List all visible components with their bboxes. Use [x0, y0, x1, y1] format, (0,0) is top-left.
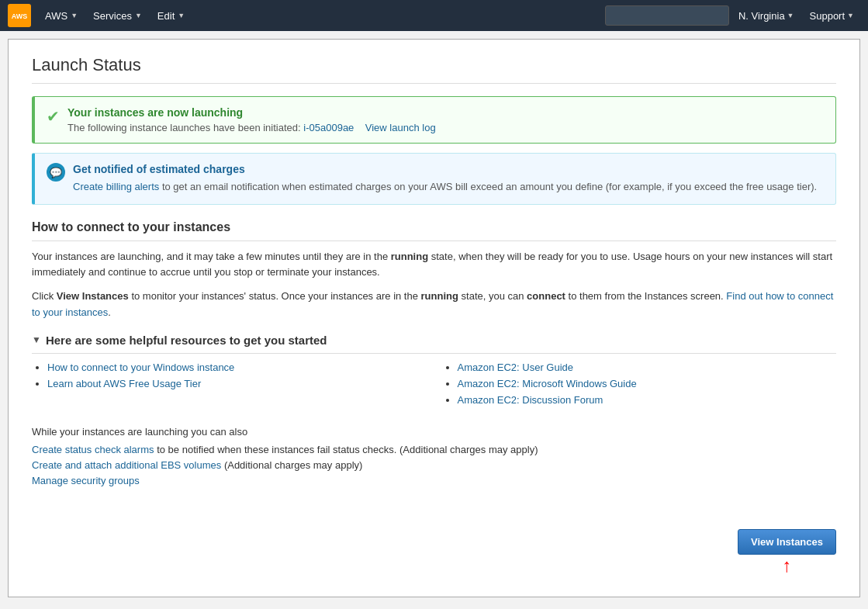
- success-body-prefix: The following instance launches have bee…: [67, 122, 301, 133]
- success-title: Your instances are now launching: [67, 106, 436, 119]
- page-wrapper: Launch Status ✔ Your instances are now l…: [8, 39, 860, 597]
- discussion-forum-link[interactable]: Amazon EC2: Discussion Forum: [458, 394, 603, 406]
- list-item: Amazon EC2: User Guide: [458, 362, 837, 373]
- view-instances-container: View Instances ↑: [738, 529, 836, 555]
- info-body: Create billing alerts to get an email no…: [73, 179, 817, 195]
- checkmark-icon: ✔: [47, 107, 60, 126]
- edit-nav-button[interactable]: Edit ▼: [151, 7, 191, 25]
- instance-id-link[interactable]: i-05a009ae: [303, 122, 354, 133]
- services-nav-chevron: ▼: [135, 12, 142, 19]
- main-content: Launch Status ✔ Your instances are now l…: [9, 40, 859, 514]
- region-button[interactable]: N. Virginia ▼: [732, 7, 801, 25]
- create-billing-alerts-link[interactable]: Create billing alerts: [73, 181, 159, 192]
- services-nav-label: Services: [93, 10, 132, 22]
- security-groups-link[interactable]: Manage security groups: [32, 475, 140, 486]
- view-launch-log-link[interactable]: View launch log: [365, 122, 436, 133]
- list-item: Amazon EC2: Discussion Forum: [458, 394, 837, 406]
- running-bold: running: [421, 290, 458, 302]
- while-section: While your instances are launching you c…: [32, 426, 836, 486]
- status-check-text: to be notified when these instances fail…: [157, 444, 538, 455]
- list-item: Manage security groups: [32, 475, 836, 486]
- user-guide-link[interactable]: Amazon EC2: User Guide: [458, 362, 574, 373]
- services-nav-button[interactable]: Services ▼: [87, 7, 148, 25]
- top-navigation: AWS AWS ▼ Services ▼ Edit ▼ N. Virginia …: [0, 0, 868, 31]
- footer-area: View Instances ↑: [9, 514, 859, 570]
- windows-guide-link[interactable]: Amazon EC2: Microsoft Windows Guide: [458, 378, 637, 389]
- list-item: Create status check alarms to be notifie…: [32, 444, 836, 455]
- success-banner: ✔ Your instances are now launching The f…: [32, 96, 836, 144]
- while-links-list: Create status check alarms to be notifie…: [32, 444, 836, 486]
- connect-para1: Your instances are launching, and it may…: [32, 249, 836, 282]
- region-label: N. Virginia: [738, 10, 785, 22]
- list-item: Amazon EC2: Microsoft Windows Guide: [458, 378, 837, 389]
- support-chevron: ▼: [847, 12, 854, 19]
- resources-left-col: How to connect to your Windows instance …: [32, 362, 427, 410]
- edit-nav-chevron: ▼: [178, 12, 185, 19]
- info-body-text: to get an email notification when estima…: [159, 181, 817, 192]
- page-title: Launch Status: [32, 55, 836, 84]
- resources-heading: ▼ Here are some helpful resources to get…: [32, 334, 836, 354]
- info-banner: 💬 Get notified of estimated charges Crea…: [32, 153, 836, 205]
- list-item: How to connect to your Windows instance: [47, 362, 427, 373]
- list-item: Create and attach additional EBS volumes…: [32, 459, 836, 471]
- resources-grid: How to connect to your Windows instance …: [32, 362, 836, 410]
- triangle-icon: ▼: [32, 334, 41, 345]
- list-item: Learn about AWS Free Usage Tier: [47, 378, 427, 389]
- ebs-volumes-text: (Additional charges may apply): [224, 459, 362, 471]
- status-check-alarms-link[interactable]: Create status check alarms: [32, 444, 154, 455]
- aws-nav-chevron: ▼: [71, 12, 78, 19]
- nav-search-input[interactable]: [605, 5, 729, 26]
- resources-left-list: How to connect to your Windows instance …: [32, 362, 427, 389]
- aws-nav-button[interactable]: AWS ▼: [39, 7, 84, 25]
- connect-section-heading: How to connect to your instances: [32, 220, 836, 241]
- aws-logo: AWS: [8, 4, 31, 27]
- view-instances-bold: View Instances: [57, 290, 129, 302]
- resources-right-list: Amazon EC2: User Guide Amazon EC2: Micro…: [442, 362, 837, 406]
- aws-nav-label: AWS: [45, 10, 67, 22]
- support-label: Support: [810, 10, 846, 22]
- svg-text:AWS: AWS: [12, 12, 28, 20]
- info-title: Get notified of estimated charges: [73, 163, 817, 175]
- info-banner-content: Get notified of estimated charges Create…: [73, 163, 817, 195]
- windows-connect-link[interactable]: How to connect to your Windows instance: [47, 362, 234, 373]
- connect-bold: connect: [527, 290, 565, 302]
- connect-para2: Click View Instances to monitor your ins…: [32, 289, 836, 321]
- while-title: While your instances are launching you c…: [32, 426, 836, 438]
- support-button[interactable]: Support ▼: [804, 7, 860, 25]
- free-tier-link[interactable]: Learn about AWS Free Usage Tier: [47, 378, 201, 389]
- view-instances-button[interactable]: View Instances: [738, 529, 836, 555]
- edit-nav-label: Edit: [157, 10, 175, 22]
- red-arrow-indicator: ↑: [783, 555, 792, 576]
- ebs-volumes-link[interactable]: Create and attach additional EBS volumes: [32, 459, 221, 471]
- resources-heading-text: Here are some helpful resources to get y…: [46, 334, 327, 347]
- resources-right-col: Amazon EC2: User Guide Amazon EC2: Micro…: [442, 362, 837, 410]
- success-body: The following instance launches have bee…: [67, 122, 436, 133]
- success-banner-content: Your instances are now launching The fol…: [67, 106, 436, 133]
- notification-icon: 💬: [47, 163, 65, 182]
- region-chevron: ▼: [787, 12, 794, 19]
